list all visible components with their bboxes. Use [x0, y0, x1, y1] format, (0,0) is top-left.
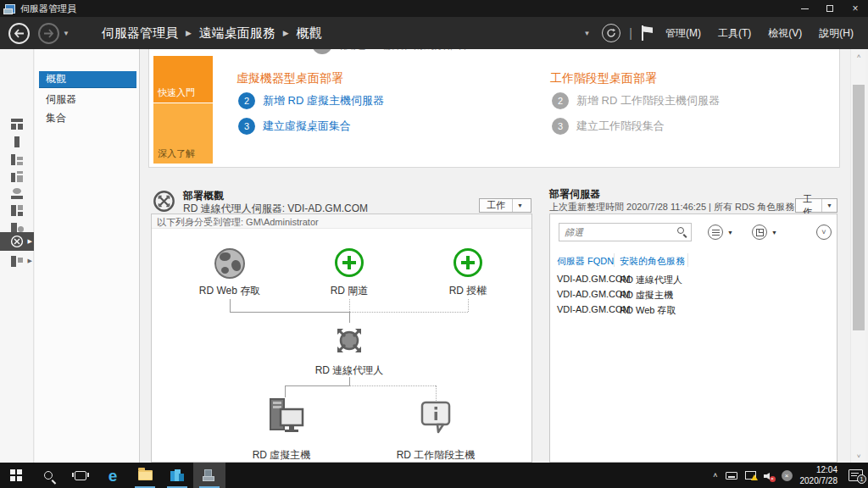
navigation-bar: ▼ 伺服器管理員 ▶ 遠端桌面服務 ▶ 概觀 ▼ | 管理(M) 工具(T) 檢…: [0, 17, 868, 49]
rds-icon: [10, 235, 24, 248]
filter-input[interactable]: [559, 223, 692, 241]
action-center-button[interactable]: 1: [849, 469, 863, 481]
file-explorer-button[interactable]: [129, 463, 161, 488]
server-manager-window: 伺服器管理員 × ▼ 伺服器管理員 ▶ 遠端桌面服務 ▶ 概觀 ▼ |: [0, 0, 868, 488]
filter-list-button[interactable]: ▼: [708, 225, 733, 240]
menu-tools[interactable]: 工具(T): [714, 23, 755, 44]
back-button[interactable]: [8, 23, 30, 44]
flag-cloth: [643, 26, 653, 33]
chevron-down-icon: ˅: [816, 225, 832, 240]
notification-count-badge: 1: [857, 474, 866, 484]
connector-line: [230, 312, 349, 313]
rd-gateway-node[interactable]: [335, 248, 364, 277]
rd-virtualization-host-node[interactable]: [264, 397, 306, 440]
rail-dashboard-icon[interactable]: [0, 115, 34, 132]
rd-web-access-node[interactable]: [214, 248, 245, 279]
navbar-separator: |: [629, 26, 632, 40]
menu-manage[interactable]: 管理(M): [661, 23, 705, 44]
overview-tasks-button[interactable]: 工作 ▼: [479, 198, 531, 213]
connector-line: [468, 299, 469, 312]
scroll-up-icon[interactable]: ˄: [851, 49, 866, 63]
save-query-button[interactable]: ▼: [752, 225, 777, 240]
rail-role-dns-icon[interactable]: [0, 185, 34, 202]
column-divider: [614, 253, 615, 267]
connector-line: [230, 299, 231, 312]
notifications-flag-button[interactable]: [641, 25, 653, 41]
network-icon[interactable]: [745, 471, 756, 480]
managed-as-strip: 以下列身分受到管理: GM\Administrator: [152, 214, 531, 229]
sidebar-item-overview[interactable]: 概觀: [39, 71, 136, 88]
rd-connection-broker-node[interactable]: [331, 323, 367, 362]
buildings-icon: [170, 469, 184, 481]
tray-status-icon[interactable]: ×: [782, 470, 793, 481]
deployment-overview-panel: 以下列身分受到管理: GM\Administrator RD Web 存取 RD…: [151, 214, 532, 463]
internet-explorer-button[interactable]: e: [97, 463, 129, 488]
task-view-button[interactable]: [64, 463, 97, 488]
system-tray: ˄ × × 12:04 2020/7/28 1: [713, 464, 868, 486]
scroll-down-icon[interactable]: ˅: [851, 449, 866, 463]
create-vdesktop-collection-link[interactable]: 建立虛擬桌面集合: [263, 119, 351, 134]
step3-vm-badge: 3: [238, 118, 255, 135]
quickstart-tab-learnmore[interactable]: 深入了解: [153, 103, 213, 164]
maximize-button[interactable]: [817, 0, 843, 17]
menu-help[interactable]: 說明(H): [815, 23, 858, 44]
connector-line: [349, 312, 350, 323]
rail-file-storage-icon[interactable]: [0, 202, 34, 219]
sidebar-item-collections[interactable]: 集合: [39, 109, 136, 126]
close-button[interactable]: ×: [843, 0, 868, 17]
volume-muted-icon[interactable]: ×: [764, 471, 774, 480]
rail-hyperv-icon[interactable]: ▶: [0, 252, 34, 269]
table-cell[interactable]: RD 連線代理人: [620, 274, 682, 286]
column-header-roles[interactable]: 安裝的角色服務: [620, 255, 685, 268]
add-rd-sessionhost-link[interactable]: 新增 RD 工作階段主機伺服器: [576, 93, 720, 108]
breadcrumb-rds[interactable]: 遠端桌面服務: [199, 25, 275, 42]
navbar-dropdown-caret[interactable]: ▼: [583, 30, 590, 37]
folder-icon: [138, 470, 153, 480]
table-cell[interactable]: RD Web 存取: [620, 304, 676, 317]
rd-session-host-node[interactable]: [417, 399, 454, 440]
taskbar-clock[interactable]: 12:04 2020/7/28: [800, 464, 838, 486]
vertical-scrollbar[interactable]: ˄ ˅: [850, 49, 865, 463]
start-button[interactable]: [0, 463, 32, 488]
main-content: 快速入門 深入了解 1 設定遠端桌面服務部署 虛擬機器型桌面部署 2 新增 RD…: [140, 49, 868, 463]
tasks-caret-icon: ▼: [822, 202, 837, 208]
breadcrumb-overview[interactable]: 概觀: [297, 25, 322, 42]
flag-icon: [642, 25, 643, 41]
breadcrumb-separator-icon: ▶: [186, 29, 192, 37]
rail-role-ad-icon[interactable]: [0, 168, 34, 185]
history-dropdown[interactable]: ▼: [63, 30, 70, 37]
hyperv-manager-button[interactable]: [161, 463, 193, 488]
taskbar-search-button[interactable]: [32, 463, 64, 488]
forward-button[interactable]: [38, 23, 59, 44]
rd-virtualization-host-label: RD 虛擬主機: [253, 448, 311, 463]
icon-rail: ▶ ▶: [0, 49, 34, 463]
refresh-button[interactable]: [602, 24, 620, 42]
tray-overflow-chevron-icon[interactable]: ˄: [713, 471, 717, 480]
session-host-icon: [417, 399, 454, 436]
rail-rds-item[interactable]: ▶: [0, 232, 34, 251]
deployment-overview-icon: [153, 190, 175, 216]
rail-expand-icon[interactable]: ▶: [28, 258, 32, 264]
title-bar: 伺服器管理員 ×: [0, 0, 868, 17]
server-manager-taskbar-button[interactable]: [193, 463, 225, 488]
rds-expand-icon[interactable]: ▶: [28, 238, 32, 245]
add-rd-vhost-link[interactable]: 新增 RD 虛擬主機伺服器: [263, 93, 384, 108]
table-cell[interactable]: RD 虛擬主機: [620, 289, 673, 302]
sidebar-item-servers[interactable]: 伺服器: [39, 91, 136, 108]
quickstart-tabs: 快速入門 深入了解: [153, 56, 213, 164]
input-method-icon[interactable]: [726, 472, 737, 480]
mute-badge-icon: ×: [770, 476, 776, 482]
minimize-button[interactable]: [792, 0, 817, 17]
servers-tasks-button[interactable]: 工作 ▼: [795, 198, 837, 213]
collapse-panel-button[interactable]: ˅: [816, 225, 832, 240]
rd-session-host-label: RD 工作階段主機: [397, 448, 476, 463]
quickstart-tab-quickstart[interactable]: 快速入門: [153, 56, 213, 103]
scrollbar-thumb[interactable]: [853, 85, 865, 330]
rail-all-servers-icon[interactable]: [0, 151, 34, 168]
menu-view[interactable]: 檢視(V): [764, 23, 806, 44]
rail-local-server-icon[interactable]: [0, 133, 34, 150]
create-session-collection-link[interactable]: 建立工作階段集合: [576, 119, 665, 134]
breadcrumb-root[interactable]: 伺服器管理員: [102, 25, 178, 42]
column-header-fqdn[interactable]: 伺服器 FQDN: [557, 255, 614, 268]
rd-licensing-node[interactable]: [453, 248, 482, 277]
